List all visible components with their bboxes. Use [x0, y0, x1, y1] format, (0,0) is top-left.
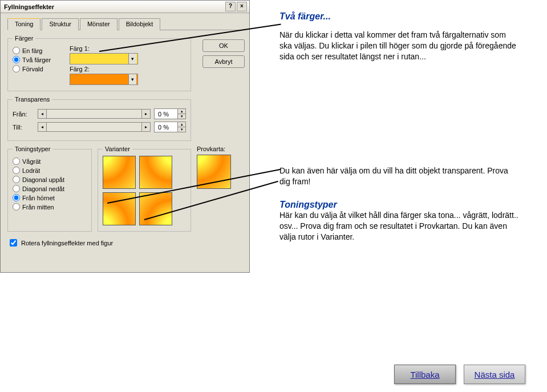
radio-tva-farger[interactable]: Två färger — [13, 56, 70, 63]
explain-title: Två färger... — [279, 11, 519, 22]
variant-4[interactable] — [139, 192, 172, 225]
explain-subtitle: Toningstyper — [279, 200, 519, 210]
ok-button[interactable]: OK — [202, 39, 245, 52]
group-toningstyper: Toningstyper Vågrät Lodrät Diagonal uppå… — [7, 146, 92, 232]
from-spin[interactable]: ▴▾ — [154, 108, 186, 119]
help-icon[interactable]: ? — [225, 2, 236, 11]
arrow-right-icon[interactable]: ▸ — [141, 110, 150, 118]
explain-p1: När du klickar i detta val kommer det fr… — [279, 30, 519, 62]
from-label: Från: — [13, 111, 34, 118]
cancel-button[interactable]: Avbryt — [202, 55, 245, 68]
to-slider[interactable]: ◂ ▸ — [38, 122, 151, 132]
group-transparens: Transparens Från: ◂ ▸ ▴▾ Till: ◂ ▸ — [7, 96, 191, 141]
group-farger: Färger En färg Två färger Förvald Färg 1… — [7, 35, 191, 91]
arrow-right-icon[interactable]: ▸ — [141, 123, 150, 131]
color2-label: Färg 2: — [70, 66, 186, 72]
chevron-down-icon[interactable]: ▾ — [128, 74, 136, 84]
radio-fran-mitten[interactable]: Från mitten — [13, 203, 87, 211]
spin-down-icon[interactable]: ▾ — [178, 114, 185, 119]
radio-diag-down[interactable]: Diagonal nedåt — [13, 185, 87, 192]
color2-picker[interactable]: ▾ — [70, 74, 138, 85]
to-spin[interactable]: ▴▾ — [154, 122, 186, 132]
variant-2[interactable] — [139, 156, 172, 189]
from-value-input[interactable] — [157, 110, 177, 118]
radio-forvald[interactable]: Förvald — [13, 65, 70, 72]
explain-col-1: Två färger... När du klickar i detta val… — [279, 11, 519, 77]
explain-col-2: Du kan även här välja om du vill ha ditt… — [279, 165, 519, 254]
tab-toning[interactable]: Toning — [7, 18, 40, 30]
radio-lodrat[interactable]: Lodrät — [13, 167, 87, 174]
provkarta-label: Provkarta: — [197, 146, 231, 152]
radio-en-farg[interactable]: En färg — [13, 47, 70, 54]
color1-picker[interactable]: ▾ — [70, 53, 138, 64]
transparens-legend: Transparens — [13, 96, 52, 103]
arrow-left-icon[interactable]: ◂ — [38, 110, 47, 118]
to-value-input[interactable] — [157, 123, 177, 131]
to-label: Till: — [13, 124, 34, 131]
varianter-legend: Varianter — [103, 146, 132, 152]
prev-button[interactable]: Tillbaka — [394, 365, 456, 384]
dialog-side-buttons: OK Avbryt — [202, 39, 245, 68]
next-button[interactable]: Nästa sida — [464, 365, 525, 384]
tab-monster[interactable]: Mönster — [80, 18, 117, 30]
spin-up-icon[interactable]: ▴ — [178, 109, 185, 114]
tab-bar: Toning Struktur Mönster Bildobjekt — [7, 18, 245, 30]
tab-bildobjekt[interactable]: Bildobjekt — [119, 18, 161, 30]
from-slider[interactable]: ◂ ▸ — [38, 109, 151, 119]
radio-fran-hornet[interactable]: Från hörnet — [13, 194, 87, 201]
rotate-checkbox[interactable]: Rotera fyllningseffekter med figur — [7, 237, 245, 248]
variant-1[interactable] — [103, 156, 136, 189]
titlebar: Fyllningseffekter ? × — [1, 1, 249, 13]
tab-struktur[interactable]: Struktur — [42, 18, 79, 30]
explain-p3: Här kan du välja åt vilket håll dina fär… — [279, 210, 519, 243]
dialog-body: OK Avbryt Färger En färg Två färger Förv… — [1, 35, 249, 253]
dialog-title: Fyllningseffekter — [3, 3, 224, 10]
explain-p2: Du kan även här välja om du vill ha ditt… — [279, 165, 519, 187]
chevron-down-icon[interactable]: ▾ — [128, 54, 136, 64]
close-icon[interactable]: × — [237, 2, 247, 11]
radio-vagrat[interactable]: Vågrät — [13, 157, 87, 165]
radio-diag-up[interactable]: Diagonal uppåt — [13, 176, 87, 183]
fill-effects-dialog: Fyllningseffekter ? × Toning Struktur Mö… — [0, 0, 250, 273]
spin-down-icon[interactable]: ▾ — [178, 127, 185, 132]
toningstyper-legend: Toningstyper — [13, 146, 52, 152]
spin-up-icon[interactable]: ▴ — [178, 122, 185, 127]
variant-3[interactable] — [103, 192, 136, 225]
farger-legend: Färger — [13, 35, 35, 42]
arrow-left-icon[interactable]: ◂ — [38, 123, 47, 131]
